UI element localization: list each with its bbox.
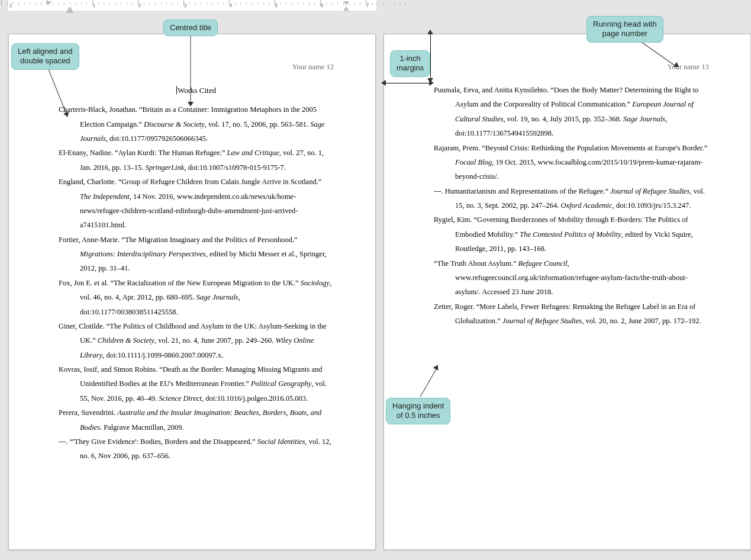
citation-entry: Puumala, Eeva, and Anitta Kynsilehto. “D… [434, 83, 709, 141]
arrowhead-right-icon [429, 80, 434, 86]
citation-entry: Giner, Clotilde. “The Politics of Childh… [59, 319, 334, 362]
arrowhead-down-icon [188, 102, 194, 107]
callout-hanging-indent: Hanging indent of 0.5 inches [386, 398, 450, 424]
page-2-content[interactable]: Puumala, Eeva, and Anitta Kynsilehto. “D… [434, 83, 709, 328]
citation-entry: Kovras, Iosif, and Simon Robins. “Death … [59, 362, 334, 405]
arrowhead-up-icon [427, 30, 433, 34]
page-1-content[interactable]: Works Cited Charteris-Black, Jonathan. “… [59, 83, 334, 464]
margin-vertical-indicator [430, 34, 431, 81]
callout-centred-title: Centred title [163, 20, 218, 36]
hanging-indent-marker[interactable] [67, 7, 73, 11]
citation-entry: ---. “'They Give Evidence': Bodies, Bord… [59, 435, 334, 464]
citation-entry: “The Truth About Asylum.” Refugee Counci… [434, 256, 709, 300]
text-cursor [176, 86, 177, 94]
citation-entry: Rygiel, Kim. “Governing Borderzones of M… [434, 213, 709, 256]
citation-entry: Perera, Suvendrini. Australia and the In… [59, 405, 334, 435]
margin-horizontal-indicator [384, 83, 430, 83]
title-text: Works Cited [178, 86, 216, 95]
citation-entry: Fox, Jon E. et al. “The Racialization of… [59, 276, 334, 319]
document-page-1: Your name 12 Works Cited Charteris-Black… [8, 34, 376, 550]
citation-entry: England, Charlotte. “Group of Refugee Ch… [59, 175, 334, 233]
arrow-line [191, 36, 191, 104]
callout-running-head: Running head with page number [586, 16, 663, 43]
citation-entry: Zetter, Roger. “More Labels, Fewer Refug… [434, 300, 709, 329]
right-indent-marker[interactable] [343, 7, 349, 11]
arrowhead-left-icon [381, 80, 386, 86]
callout-one-inch-margins: 1-inch margins [390, 50, 430, 77]
running-head-page1: Your name 12 [292, 63, 334, 72]
citation-entry: Rajaram, Prem. “Beyond Crisis: Rethinkin… [434, 141, 709, 184]
citation-entry: Charteris-Black, Jonathan. “Britain as a… [59, 102, 334, 146]
citation-entry: Fortier, Anne-Marie. “The Migration Imag… [59, 233, 334, 276]
citation-entry: El-Enany, Nadine. “Aylan Kurdi: The Huma… [59, 146, 334, 175]
document-page-2: Your name 13 Puumala, Eeva, and Anitta K… [383, 34, 751, 550]
left-indent-marker[interactable] [67, 11, 73, 13]
works-cited-title: Works Cited [59, 83, 334, 98]
citation-entry: ---. Humanitarianism and Representations… [434, 184, 709, 213]
horizontal-ruler: 11234567 [8, 0, 376, 12]
callout-left-aligned: Left aligned and double spaced [11, 43, 79, 70]
